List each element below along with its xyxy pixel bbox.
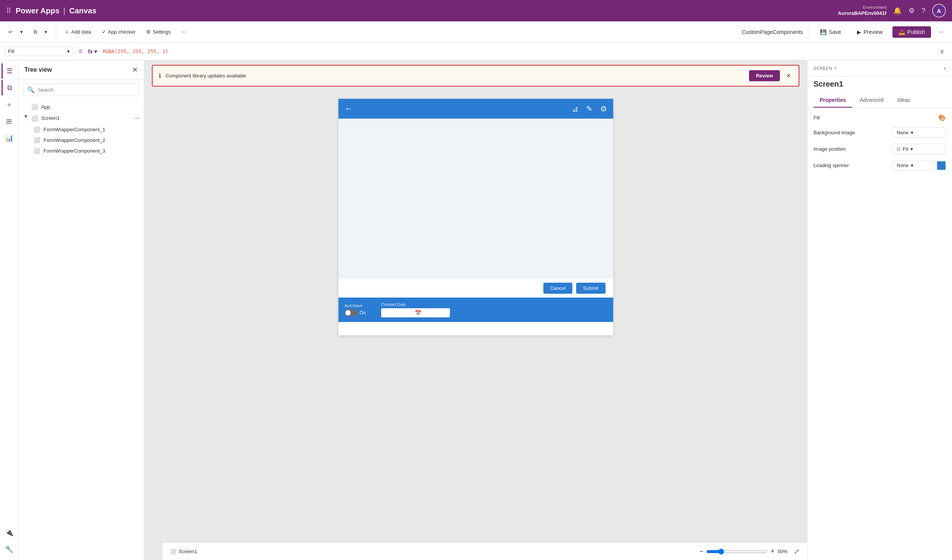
publish-button[interactable]: 📤 Publish xyxy=(892,26,931,38)
prop-bg-image-label: Background image xyxy=(813,130,855,135)
tab-advanced[interactable]: Advanced xyxy=(854,93,889,108)
paste-dropdown[interactable]: ▾ xyxy=(44,27,51,37)
app-icon: ⬜ xyxy=(31,104,39,110)
toolbar-separator-1 xyxy=(56,27,56,37)
canvas-settings-icon[interactable]: ⚙ xyxy=(600,104,607,113)
props-header: SCREEN ? › xyxy=(807,60,952,77)
status-screen-label: Screen1 xyxy=(179,549,197,554)
toggle-track[interactable] xyxy=(345,309,358,316)
prop-image-position-value: Fit xyxy=(903,146,908,152)
prop-image-position-label: Image position xyxy=(813,146,846,152)
notification-icon[interactable]: 🔔 xyxy=(893,6,902,15)
formula-fx[interactable]: fx ▾ xyxy=(88,48,97,55)
prop-image-position-dropdown[interactable]: ⊡ Fit ▾ xyxy=(892,144,946,154)
tree-item-app[interactable]: ⬜ App xyxy=(18,101,144,112)
undo-button[interactable]: ↩ xyxy=(5,27,16,37)
app-checker-button[interactable]: ✓ App checker xyxy=(98,27,139,37)
loading-spinner-color-swatch[interactable] xyxy=(937,161,946,170)
zoom-minus-button[interactable]: − xyxy=(699,547,704,555)
logo-separator: | xyxy=(63,6,66,15)
app-logo: Power Apps | Canvas xyxy=(16,6,97,15)
prop-fill-value: 🎨 xyxy=(938,114,946,121)
toolbar: ↩ ▾ ⧉ ▾ ＋ Add data ✓ App checker ⚙ Setti… xyxy=(0,21,952,43)
more-options-button[interactable]: ⋯ xyxy=(935,27,947,37)
tree-items: ⬜ App ▶ ⬜ Screen1 ⋯ ⬜ FormWrapperCompone… xyxy=(18,100,144,560)
canvas-app-body xyxy=(338,119,613,279)
canvas-area: ℹ Component library updates available Re… xyxy=(144,60,807,560)
fill-paint-icon[interactable]: 🎨 xyxy=(938,114,946,121)
prop-bg-image-chevron: ▾ xyxy=(911,130,913,135)
tab-ideas[interactable]: Ideas xyxy=(891,93,917,108)
sidebar-icon-menu[interactable]: ☰ xyxy=(2,63,17,79)
settings-button[interactable]: ⚙ Settings xyxy=(142,27,174,37)
sidebar-icon-add[interactable]: ＋ xyxy=(2,97,17,112)
props-expand-button[interactable]: › xyxy=(944,65,946,72)
avatar[interactable]: A xyxy=(932,4,946,18)
formula-bar: Fill ▾ = fx ▾ RGBA(255, 255, 255, 1) ∨ xyxy=(0,43,952,60)
zoom-value: 50% xyxy=(778,549,788,554)
form3-icon: ⬜ xyxy=(34,148,41,154)
prop-loading-spinner-chevron: ▾ xyxy=(911,163,913,168)
prop-bg-image-value: None xyxy=(897,130,909,135)
sidebar-icon-layers[interactable]: ⧉ xyxy=(2,80,17,95)
tab-properties[interactable]: Properties xyxy=(813,93,852,108)
tree-item-form3[interactable]: ⬜ FormWrapperComponent_3 xyxy=(18,145,144,156)
zoom-expand-icon[interactable]: ⤢ xyxy=(794,547,799,556)
waffle-icon[interactable]: ⠿ xyxy=(6,6,11,15)
canvas-filter-icon[interactable]: ⊿ xyxy=(572,104,578,113)
canvas-cancel-button[interactable]: Cancel xyxy=(543,283,572,294)
formula-property-chevron: ▾ xyxy=(67,48,70,54)
formula-input[interactable]: RGBA(255, 255, 255, 1) xyxy=(100,47,934,56)
calendar-icon[interactable]: 📅 xyxy=(415,310,421,316)
add-data-plus-icon: ＋ xyxy=(64,29,69,35)
preview-button[interactable]: ▶ Preview xyxy=(851,26,889,38)
props-screen-name: Screen1 xyxy=(807,77,952,93)
screen1-more[interactable]: ⋯ xyxy=(133,114,139,122)
props-panel: SCREEN ? › Screen1 Properties Advanced I… xyxy=(807,60,952,560)
save-button[interactable]: 💾 Save xyxy=(814,26,847,38)
undo-dropdown[interactable]: ▾ xyxy=(19,27,27,37)
preview-label: Preview xyxy=(863,29,883,35)
zoom-controls: − + 50% xyxy=(699,547,788,555)
zoom-slider[interactable] xyxy=(706,549,767,555)
prop-bg-image-dropdown[interactable]: None ▾ xyxy=(892,127,946,138)
sidebar-icon-tools[interactable]: 🔧 xyxy=(2,542,17,557)
main-layout: ☰ ⧉ ＋ ⊞ 📊 🔌 🔧 Tree view ✕ 🔍 ⬜ App ▶ xyxy=(0,60,952,560)
created-date-input[interactable]: 📅 xyxy=(381,308,450,317)
status-screen: ⬜ Screen1 xyxy=(170,549,197,554)
notif-review-button[interactable]: Review xyxy=(749,70,780,81)
add-data-button[interactable]: ＋ Add data xyxy=(61,26,95,38)
sidebar-icons: ☰ ⧉ ＋ ⊞ 📊 🔌 🔧 xyxy=(0,60,18,560)
zoom-plus-button[interactable]: + xyxy=(770,547,775,555)
screen-label-help[interactable]: ? xyxy=(834,66,837,71)
tree-panel: Tree view ✕ 🔍 ⬜ App ▶ ⬜ Screen1 ⋯ ⬜ xyxy=(18,60,144,560)
copy-button[interactable]: ⧉ xyxy=(30,27,41,37)
tree-search-input[interactable] xyxy=(38,87,135,93)
more-button[interactable]: ⋯ xyxy=(177,27,190,37)
tree-close-button[interactable]: ✕ xyxy=(132,66,138,74)
help-icon[interactable]: ? xyxy=(921,7,925,15)
canvas-edit-icon[interactable]: ✎ xyxy=(586,104,593,113)
sidebar-icon-analytics[interactable]: 📊 xyxy=(2,130,17,146)
tree-item-form1[interactable]: ⬜ FormWrapperComponent_1 xyxy=(18,124,144,135)
canvas-submit-button[interactable]: Submit xyxy=(576,283,605,294)
created-date-section: Created Date 📅 xyxy=(381,302,450,317)
formula-property-selector[interactable]: Fill ▾ xyxy=(5,47,73,56)
formula-fx-chevron: ▾ xyxy=(94,48,97,55)
sidebar-icon-components[interactable]: 🔌 xyxy=(2,525,17,540)
formula-expand-icon[interactable]: ∨ xyxy=(937,48,947,55)
tree-item-screen1[interactable]: ▶ ⬜ Screen1 ⋯ xyxy=(18,112,144,124)
autosave-label: AutoSave xyxy=(345,303,366,308)
settings-icon[interactable]: ⚙ xyxy=(909,6,915,15)
prop-loading-spinner-row: Loading spinner None ▾ xyxy=(813,160,946,171)
canvas-back-button[interactable]: ← xyxy=(345,104,353,114)
props-tabs: Properties Advanced Ideas xyxy=(807,93,952,108)
prop-loading-spinner-dropdown[interactable]: None ▾ xyxy=(892,160,934,171)
env-name: AuroraBAPEnv0041f xyxy=(838,10,886,17)
props-body: Fill 🎨 Background image None ▾ Image pos… xyxy=(807,108,952,177)
notif-close-button[interactable]: ✕ xyxy=(784,72,793,79)
save-label: Save xyxy=(829,29,841,35)
sidebar-icon-data[interactable]: ⊞ xyxy=(2,114,17,129)
formula-property-value: Fill xyxy=(8,48,14,54)
tree-item-form2[interactable]: ⬜ FormWrapperComponent_2 xyxy=(18,135,144,145)
